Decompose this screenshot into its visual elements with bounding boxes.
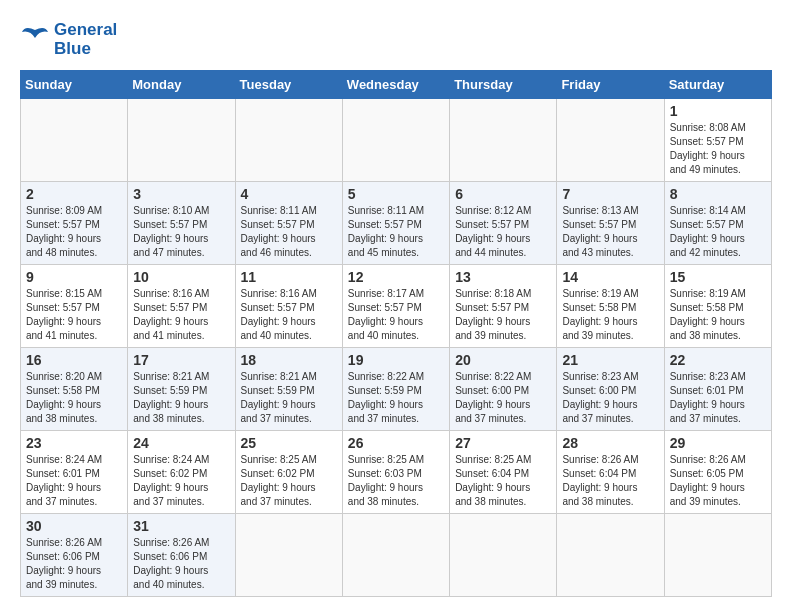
day-number: 3 bbox=[133, 186, 229, 202]
calendar-cell: 13Sunrise: 8:18 AMSunset: 5:57 PMDayligh… bbox=[450, 265, 557, 348]
day-number: 4 bbox=[241, 186, 337, 202]
column-header-thursday: Thursday bbox=[450, 71, 557, 99]
day-info: Sunrise: 8:23 AMSunset: 6:01 PMDaylight:… bbox=[670, 370, 766, 426]
calendar-cell: 19Sunrise: 8:22 AMSunset: 5:59 PMDayligh… bbox=[342, 348, 449, 431]
day-info: Sunrise: 8:25 AMSunset: 6:02 PMDaylight:… bbox=[241, 453, 337, 509]
calendar-week-row: 23Sunrise: 8:24 AMSunset: 6:01 PMDayligh… bbox=[21, 431, 772, 514]
calendar-cell bbox=[664, 514, 771, 597]
calendar-cell: 2Sunrise: 8:09 AMSunset: 5:57 PMDaylight… bbox=[21, 182, 128, 265]
calendar-cell: 14Sunrise: 8:19 AMSunset: 5:58 PMDayligh… bbox=[557, 265, 664, 348]
calendar-cell: 28Sunrise: 8:26 AMSunset: 6:04 PMDayligh… bbox=[557, 431, 664, 514]
calendar-week-row: 9Sunrise: 8:15 AMSunset: 5:57 PMDaylight… bbox=[21, 265, 772, 348]
day-number: 14 bbox=[562, 269, 658, 285]
day-info: Sunrise: 8:19 AMSunset: 5:58 PMDaylight:… bbox=[670, 287, 766, 343]
calendar-cell bbox=[235, 514, 342, 597]
day-number: 21 bbox=[562, 352, 658, 368]
day-info: Sunrise: 8:11 AMSunset: 5:57 PMDaylight:… bbox=[348, 204, 444, 260]
day-number: 7 bbox=[562, 186, 658, 202]
calendar-cell: 26Sunrise: 8:25 AMSunset: 6:03 PMDayligh… bbox=[342, 431, 449, 514]
day-info: Sunrise: 8:26 AMSunset: 6:05 PMDaylight:… bbox=[670, 453, 766, 509]
calendar-cell: 23Sunrise: 8:24 AMSunset: 6:01 PMDayligh… bbox=[21, 431, 128, 514]
logo-text-block: General Blue bbox=[20, 20, 117, 60]
day-number: 12 bbox=[348, 269, 444, 285]
calendar-cell bbox=[557, 99, 664, 182]
calendar-week-row: 16Sunrise: 8:20 AMSunset: 5:58 PMDayligh… bbox=[21, 348, 772, 431]
calendar-cell: 31Sunrise: 8:26 AMSunset: 6:06 PMDayligh… bbox=[128, 514, 235, 597]
calendar-cell bbox=[21, 99, 128, 182]
calendar-cell: 7Sunrise: 8:13 AMSunset: 5:57 PMDaylight… bbox=[557, 182, 664, 265]
calendar-cell bbox=[128, 99, 235, 182]
calendar-cell: 11Sunrise: 8:16 AMSunset: 5:57 PMDayligh… bbox=[235, 265, 342, 348]
day-info: Sunrise: 8:24 AMSunset: 6:01 PMDaylight:… bbox=[26, 453, 122, 509]
day-info: Sunrise: 8:14 AMSunset: 5:57 PMDaylight:… bbox=[670, 204, 766, 260]
day-number: 25 bbox=[241, 435, 337, 451]
day-info: Sunrise: 8:22 AMSunset: 6:00 PMDaylight:… bbox=[455, 370, 551, 426]
day-info: Sunrise: 8:15 AMSunset: 5:57 PMDaylight:… bbox=[26, 287, 122, 343]
day-info: Sunrise: 8:26 AMSunset: 6:06 PMDaylight:… bbox=[26, 536, 122, 592]
day-number: 5 bbox=[348, 186, 444, 202]
calendar-cell: 29Sunrise: 8:26 AMSunset: 6:05 PMDayligh… bbox=[664, 431, 771, 514]
day-number: 11 bbox=[241, 269, 337, 285]
calendar-cell: 25Sunrise: 8:25 AMSunset: 6:02 PMDayligh… bbox=[235, 431, 342, 514]
day-info: Sunrise: 8:17 AMSunset: 5:57 PMDaylight:… bbox=[348, 287, 444, 343]
day-number: 10 bbox=[133, 269, 229, 285]
calendar-cell: 16Sunrise: 8:20 AMSunset: 5:58 PMDayligh… bbox=[21, 348, 128, 431]
column-header-tuesday: Tuesday bbox=[235, 71, 342, 99]
day-info: Sunrise: 8:12 AMSunset: 5:57 PMDaylight:… bbox=[455, 204, 551, 260]
calendar-cell: 15Sunrise: 8:19 AMSunset: 5:58 PMDayligh… bbox=[664, 265, 771, 348]
day-number: 9 bbox=[26, 269, 122, 285]
day-info: Sunrise: 8:09 AMSunset: 5:57 PMDaylight:… bbox=[26, 204, 122, 260]
day-info: Sunrise: 8:21 AMSunset: 5:59 PMDaylight:… bbox=[241, 370, 337, 426]
day-info: Sunrise: 8:26 AMSunset: 6:06 PMDaylight:… bbox=[133, 536, 229, 592]
day-info: Sunrise: 8:16 AMSunset: 5:57 PMDaylight:… bbox=[133, 287, 229, 343]
day-info: Sunrise: 8:13 AMSunset: 5:57 PMDaylight:… bbox=[562, 204, 658, 260]
day-number: 15 bbox=[670, 269, 766, 285]
calendar-cell: 18Sunrise: 8:21 AMSunset: 5:59 PMDayligh… bbox=[235, 348, 342, 431]
day-info: Sunrise: 8:22 AMSunset: 5:59 PMDaylight:… bbox=[348, 370, 444, 426]
calendar-cell: 4Sunrise: 8:11 AMSunset: 5:57 PMDaylight… bbox=[235, 182, 342, 265]
day-info: Sunrise: 8:20 AMSunset: 5:58 PMDaylight:… bbox=[26, 370, 122, 426]
day-info: Sunrise: 8:18 AMSunset: 5:57 PMDaylight:… bbox=[455, 287, 551, 343]
calendar-cell bbox=[450, 99, 557, 182]
day-info: Sunrise: 8:21 AMSunset: 5:59 PMDaylight:… bbox=[133, 370, 229, 426]
calendar-week-row: 1Sunrise: 8:08 AMSunset: 5:57 PMDaylight… bbox=[21, 99, 772, 182]
calendar-cell: 17Sunrise: 8:21 AMSunset: 5:59 PMDayligh… bbox=[128, 348, 235, 431]
day-info: Sunrise: 8:16 AMSunset: 5:57 PMDaylight:… bbox=[241, 287, 337, 343]
logo-line1: General bbox=[54, 21, 117, 40]
calendar-cell bbox=[450, 514, 557, 597]
day-number: 20 bbox=[455, 352, 551, 368]
calendar-cell: 12Sunrise: 8:17 AMSunset: 5:57 PMDayligh… bbox=[342, 265, 449, 348]
calendar-cell: 1Sunrise: 8:08 AMSunset: 5:57 PMDaylight… bbox=[664, 99, 771, 182]
day-number: 1 bbox=[670, 103, 766, 119]
day-number: 19 bbox=[348, 352, 444, 368]
day-number: 30 bbox=[26, 518, 122, 534]
day-info: Sunrise: 8:11 AMSunset: 5:57 PMDaylight:… bbox=[241, 204, 337, 260]
day-number: 24 bbox=[133, 435, 229, 451]
column-header-wednesday: Wednesday bbox=[342, 71, 449, 99]
day-info: Sunrise: 8:23 AMSunset: 6:00 PMDaylight:… bbox=[562, 370, 658, 426]
calendar-cell: 22Sunrise: 8:23 AMSunset: 6:01 PMDayligh… bbox=[664, 348, 771, 431]
calendar-cell: 30Sunrise: 8:26 AMSunset: 6:06 PMDayligh… bbox=[21, 514, 128, 597]
calendar-week-row: 2Sunrise: 8:09 AMSunset: 5:57 PMDaylight… bbox=[21, 182, 772, 265]
calendar-cell: 8Sunrise: 8:14 AMSunset: 5:57 PMDaylight… bbox=[664, 182, 771, 265]
day-number: 16 bbox=[26, 352, 122, 368]
day-number: 28 bbox=[562, 435, 658, 451]
calendar-cell: 3Sunrise: 8:10 AMSunset: 5:57 PMDaylight… bbox=[128, 182, 235, 265]
calendar-week-row: 30Sunrise: 8:26 AMSunset: 6:06 PMDayligh… bbox=[21, 514, 772, 597]
day-number: 22 bbox=[670, 352, 766, 368]
column-header-saturday: Saturday bbox=[664, 71, 771, 99]
logo: General Blue bbox=[20, 20, 117, 60]
logo-line2: Blue bbox=[54, 40, 117, 59]
calendar-cell: 10Sunrise: 8:16 AMSunset: 5:57 PMDayligh… bbox=[128, 265, 235, 348]
calendar-body: 1Sunrise: 8:08 AMSunset: 5:57 PMDaylight… bbox=[21, 99, 772, 597]
day-info: Sunrise: 8:24 AMSunset: 6:02 PMDaylight:… bbox=[133, 453, 229, 509]
day-info: Sunrise: 8:26 AMSunset: 6:04 PMDaylight:… bbox=[562, 453, 658, 509]
calendar-cell bbox=[342, 99, 449, 182]
day-number: 27 bbox=[455, 435, 551, 451]
day-number: 31 bbox=[133, 518, 229, 534]
calendar-cell: 27Sunrise: 8:25 AMSunset: 6:04 PMDayligh… bbox=[450, 431, 557, 514]
column-header-sunday: Sunday bbox=[21, 71, 128, 99]
calendar-cell bbox=[557, 514, 664, 597]
day-number: 8 bbox=[670, 186, 766, 202]
column-header-friday: Friday bbox=[557, 71, 664, 99]
